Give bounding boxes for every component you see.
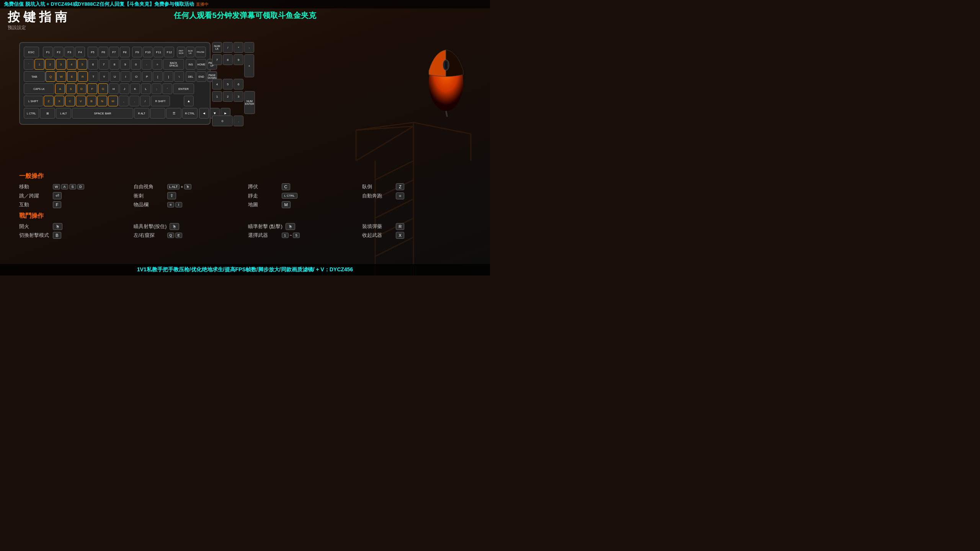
ref-lean: 左/右窺探 Q E	[134, 232, 242, 239]
ref-lean-keys: Q E	[167, 233, 182, 238]
numpad-row-2: 7 8 9 +	[212, 54, 255, 77]
key-f6: F6	[98, 47, 108, 57]
numpad-slash: /	[223, 42, 233, 53]
key-h: H	[109, 83, 119, 94]
mouse-illustration	[423, 40, 469, 118]
key-ref-a: A	[61, 184, 68, 189]
numpad-4: 4	[212, 79, 222, 90]
ref-autorun-label: 自動奔跑	[362, 192, 393, 199]
key-ref-z: Z	[396, 183, 404, 190]
ref-firemode-label: 切換射擊模式	[19, 232, 50, 239]
numpad-5: 5	[223, 79, 233, 90]
key-ref-mouse: 🖱	[184, 184, 191, 189]
key-ref-x: X	[396, 232, 404, 239]
key-e: E	[67, 71, 77, 82]
key-scr: SCRLK	[186, 47, 194, 57]
key-q: Q	[46, 71, 56, 82]
key-ralt: R ALT	[134, 108, 149, 119]
key-f: F	[87, 83, 97, 94]
key-1: 1	[34, 59, 44, 70]
numpad-row-5: 0 .	[212, 116, 255, 126]
ref-crouch: 蹲伏 C	[248, 183, 357, 190]
key-ref-inv2: I	[175, 202, 182, 207]
key-v: V	[76, 96, 86, 106]
ref-jump: 跳／跨躍 ⏎	[19, 192, 128, 199]
keyboard-row-zxcv: L SHIFT Z X C V B N M , . / R SHIFT ▲	[24, 96, 206, 106]
ref-sprint-label: 衝刺	[134, 192, 164, 199]
key-f1: F1	[43, 47, 53, 57]
ref-move-keys: W A S D	[53, 184, 84, 189]
key-d: D	[77, 83, 87, 94]
key-slash: /	[140, 96, 150, 106]
ref-holster-label: 收起武器	[362, 232, 393, 239]
key-s: S	[66, 83, 76, 94]
keyboard-row-qwerty: TAB Q W E R T Y U I O P [ ] \ DEL END	[24, 71, 206, 82]
key-ref-e2: E	[175, 233, 182, 238]
key-n: N	[97, 96, 107, 106]
key-f12: F12	[164, 47, 174, 57]
combat-ops-section: 戰鬥操作 開火 🖱 瞄具射擊(按住) 🖱 瞄準射擊 (點擊) 🖱 裝填彈藥 R …	[19, 212, 471, 239]
key-7: 7	[99, 59, 109, 70]
main-content: ESC F1 F2 F3 F4 F5 F6 F7 F8 F9 F10 F11 F…	[0, 42, 490, 276]
key-ref-r: R	[396, 223, 404, 230]
key-b: B	[87, 96, 96, 106]
key-ref-shift: ⇧	[167, 192, 176, 199]
ref-fire-label: 開火	[19, 223, 50, 230]
key-f11: F11	[154, 47, 163, 57]
key-c: C	[65, 96, 75, 106]
numpad-9: 9	[234, 54, 243, 65]
key-p: P	[142, 71, 152, 82]
key-ref-ads: 🖱	[170, 223, 179, 230]
reference-area: 一般操作 移動 W A S D 自由視角 L ALT + 🖱	[19, 172, 471, 239]
ref-ads-hold-label: 瞄具射擊(按住)	[134, 223, 167, 230]
numpad-0: 0	[212, 116, 233, 126]
key-comma: ,	[119, 96, 129, 106]
header-center-text: 任何人观看5分钟发弹幕可领取斗鱼金夹克	[174, 10, 316, 21]
ref-map: 地圖 M	[248, 201, 357, 208]
numpad-numlk: NUMLK	[212, 42, 222, 53]
key-ins: INS	[186, 59, 196, 70]
key-a: A	[55, 83, 65, 94]
bottom-bar: 1V1私教手把手教压枪/优化绝地求生/提高FPS帧数/脚步放大/同款画质滤镜/ …	[0, 264, 490, 276]
key-esc: ESC	[24, 47, 39, 57]
numpad-row-1: NUMLK / * -	[212, 42, 255, 53]
key-x: X	[54, 96, 64, 106]
ref-ads-click: 瞄準射擊 (點擊) 🖱	[248, 223, 357, 230]
key-fn	[150, 108, 165, 119]
key-ref-lalt: L ALT	[167, 184, 180, 189]
key-j: J	[119, 83, 129, 94]
key-enter: ENTER	[173, 83, 194, 94]
ref-ads-hold: 瞄具射擊(按住) 🖱	[134, 223, 242, 230]
key-o: O	[131, 71, 141, 82]
ref-firemode: 切換射擊模式 B	[19, 232, 128, 239]
numpad-3: 3	[234, 91, 243, 102]
keyboard-row-asdf: CAPS LK A S D F G H J K L ; ' ENTER	[24, 83, 206, 94]
key-ref-fire: 🖱	[53, 223, 62, 230]
key-space: SPACE BAR	[72, 108, 133, 119]
key-u: U	[110, 71, 120, 82]
key-ref-q: Q	[167, 233, 174, 238]
key-lalt: L ALT	[56, 108, 71, 119]
key-rbracket: ]	[163, 71, 173, 82]
key-lbracket: [	[153, 71, 163, 82]
key-ref-m: M	[282, 201, 291, 208]
key-ref-b: B	[53, 232, 61, 239]
key-i: I	[121, 71, 131, 82]
key-tab: TAB	[24, 71, 45, 82]
key-f3: F3	[64, 47, 74, 57]
key-rshift: R SHIFT	[151, 96, 170, 106]
key-2: 2	[45, 59, 55, 70]
key-f4: F4	[75, 47, 85, 57]
mouse-svg	[423, 40, 469, 117]
ref-move-label: 移動	[19, 183, 50, 190]
key-f2: F2	[54, 47, 64, 57]
ref-walkquiet: 靜走 L CTRL	[248, 192, 357, 199]
key-5: 5	[77, 59, 87, 70]
key-m: M	[108, 96, 118, 106]
ref-reload-label: 裝填彈藥	[362, 223, 393, 230]
numpad-6: 6	[234, 79, 243, 90]
key-up: ▲	[184, 96, 194, 106]
ref-sprint: 衝刺 ⇧	[134, 192, 242, 199]
key-4: 4	[67, 59, 77, 70]
numpad-1: 1	[212, 91, 222, 102]
